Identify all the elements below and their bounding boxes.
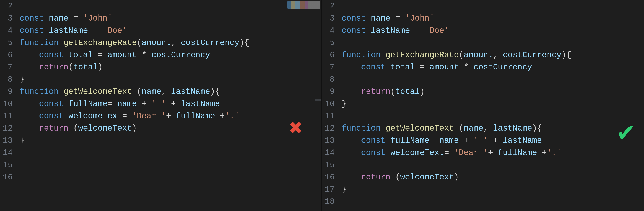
token-str: ' ' [474, 136, 488, 145]
code-line[interactable]: 7 const total = amount * costCurrency [322, 61, 644, 73]
token-var: name [439, 136, 459, 145]
line-number: 12 [322, 124, 342, 133]
token-var: name [371, 14, 390, 23]
minimap[interactable] [288, 1, 320, 9]
right-code-area[interactable]: 23const name = 'John'4const lastName = '… [322, 0, 644, 208]
code-content[interactable]: const name = 'John' [342, 14, 644, 23]
token-punc: ) [98, 63, 102, 72]
code-line[interactable]: 12 return (welcomeText) [0, 122, 321, 134]
code-line[interactable]: 9 return(total) [322, 86, 644, 98]
code-line[interactable]: 16 [0, 171, 321, 183]
line-number: 14 [322, 148, 342, 157]
code-content[interactable]: return (welcomeText) [20, 124, 321, 133]
token-punc: ) [454, 173, 459, 182]
code-line[interactable]: 8 [322, 73, 644, 86]
token-punc: , [483, 124, 493, 133]
token-op: + [459, 136, 474, 145]
code-line[interactable]: 15 [0, 159, 321, 171]
code-content[interactable]: const lastName = 'Doe' [20, 26, 321, 35]
code-line[interactable]: 4const lastName = 'Doe' [322, 25, 644, 37]
code-line[interactable]: 2 [322, 0, 644, 12]
token-var: fullName [68, 99, 108, 109]
line-number: 17 [322, 185, 342, 194]
code-content[interactable]: const welcomeText= 'Dear '+ fullName +'.… [20, 112, 321, 121]
code-content[interactable]: } [342, 99, 644, 109]
cross-icon: ✖ [290, 118, 303, 140]
token-punc: ){ [532, 124, 542, 133]
token-punc [342, 173, 361, 182]
token-var: welcomeText [68, 112, 122, 121]
code-content[interactable]: const total = amount * costCurrency [20, 51, 321, 60]
code-content[interactable]: } [20, 75, 321, 84]
token-op: = [68, 14, 83, 23]
code-line[interactable]: 10 const fullName= name + ' ' + lastName [0, 98, 321, 110]
code-line[interactable]: 14 [0, 147, 321, 159]
code-line[interactable]: 9function getWelcomeText (name, lastName… [0, 86, 321, 98]
token-kw: const [20, 26, 49, 35]
code-content[interactable]: const name = 'John' [20, 14, 321, 23]
code-line[interactable]: 4const lastName = 'Doe' [0, 25, 321, 37]
code-content[interactable]: } [342, 185, 644, 194]
line-number: 16 [322, 173, 342, 182]
code-line[interactable]: 18 [322, 195, 644, 208]
code-content[interactable]: return(total) [20, 63, 321, 72]
line-number: 15 [322, 160, 342, 170]
code-content[interactable]: return (welcomeText) [342, 173, 644, 182]
code-line[interactable]: 5function getExchangeRate(amount, costCu… [0, 37, 321, 49]
code-line[interactable]: 15 [322, 159, 644, 171]
line-number: 6 [322, 51, 342, 60]
code-line[interactable]: 11 const welcomeText= 'Dear '+ fullName … [0, 110, 321, 122]
code-line[interactable]: 7 return(total) [0, 61, 321, 73]
code-line[interactable]: 14 const welcomeText= 'Dear '+ fullName … [322, 147, 644, 159]
token-ret: return [361, 87, 390, 96]
token-op: + [537, 148, 547, 157]
split-handle[interactable] [316, 99, 321, 101]
token-op: * [459, 63, 474, 72]
token-op: = [444, 148, 454, 157]
right-editor-pane[interactable]: 23const name = 'John'4const lastName = '… [322, 0, 644, 211]
token-op: * [137, 51, 152, 60]
code-content[interactable]: function getExchangeRate(amount, costCur… [20, 38, 321, 48]
token-punc: ){ [210, 87, 220, 96]
token-op: = [390, 14, 405, 23]
code-line[interactable]: 17} [322, 183, 644, 195]
code-content[interactable]: const fullName= name + ' ' + lastName [20, 99, 321, 109]
line-number: 10 [322, 99, 342, 109]
code-line[interactable]: 10} [322, 98, 644, 110]
code-content[interactable]: const total = amount * costCurrency [342, 63, 644, 72]
code-content[interactable]: const fullName= name + ' ' + lastName [342, 136, 644, 145]
code-content[interactable]: const welcomeText= 'Dear '+ fullName +'.… [342, 148, 644, 157]
line-number: 7 [0, 63, 20, 72]
line-number: 4 [322, 26, 342, 35]
code-content[interactable]: } [20, 136, 321, 145]
token-param: amount [142, 38, 171, 48]
code-line[interactable]: 5 [322, 37, 644, 49]
code-line[interactable]: 8} [0, 73, 321, 86]
token-punc: ( [132, 87, 142, 96]
code-content[interactable]: function getExchangeRate(amount, costCur… [342, 51, 644, 60]
code-content[interactable]: function getWelcomeText (name, lastName)… [20, 87, 321, 96]
code-line[interactable]: 3const name = 'John' [0, 12, 321, 25]
code-line[interactable]: 12function getWelcomeText (name, lastNam… [322, 122, 644, 134]
code-line[interactable]: 16 return (welcomeText) [322, 171, 644, 183]
code-line[interactable]: 2 [0, 0, 321, 12]
token-op: = [410, 26, 424, 35]
code-content[interactable]: return(total) [342, 87, 644, 96]
code-line[interactable]: 6 const total = amount * costCurrency [0, 49, 321, 61]
line-number: 11 [322, 112, 342, 121]
token-var: fullName [498, 148, 537, 157]
code-line[interactable]: 3const name = 'John' [322, 12, 644, 25]
code-content[interactable]: const lastName = 'Doe' [342, 26, 644, 35]
code-line[interactable]: 13 const fullName= name + ' ' + lastName [322, 134, 644, 147]
token-param: lastName [493, 124, 532, 133]
token-ret: return [361, 173, 390, 182]
code-line[interactable]: 11 [322, 110, 644, 122]
line-number: 15 [0, 160, 20, 170]
left-code-area[interactable]: 23const name = 'John'4const lastName = '… [0, 0, 321, 183]
left-editor-pane[interactable]: 23const name = 'John'4const lastName = '… [0, 0, 322, 211]
code-content[interactable]: function getWelcomeText (name, lastName)… [342, 124, 644, 133]
token-op: + [166, 112, 176, 121]
code-line[interactable]: 13} [0, 134, 321, 147]
token-param: lastName [171, 87, 210, 96]
code-line[interactable]: 6function getExchangeRate(amount, costCu… [322, 49, 644, 61]
